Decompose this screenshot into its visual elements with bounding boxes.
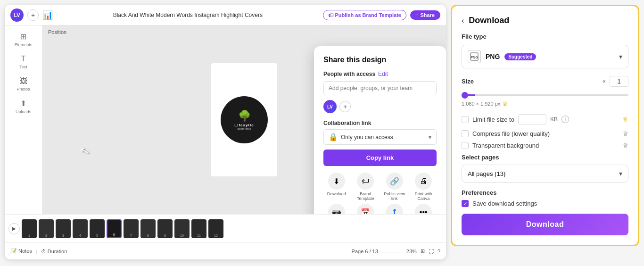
panel-item-photos[interactable]: 🖼 Photos bbox=[5, 74, 42, 94]
add-person-button[interactable]: + bbox=[339, 101, 351, 112]
film-thumb-1[interactable]: 1 bbox=[22, 219, 37, 238]
elements-icon: ⊞ bbox=[20, 32, 26, 41]
collab-link-text: Only you can access bbox=[341, 134, 426, 141]
public-view-icon: 🔗 bbox=[386, 173, 403, 190]
instagram-icon: 📷 bbox=[328, 204, 345, 214]
size-row: Size × bbox=[462, 76, 628, 87]
limit-file-size-checkbox[interactable] bbox=[462, 116, 469, 123]
canvas-area: Position 🌳 Lifesytle good vibes Share th… bbox=[42, 25, 446, 214]
add-people-input[interactable] bbox=[323, 81, 437, 95]
publish-icon: 🏷 bbox=[328, 12, 333, 18]
notes-label[interactable]: 📝 Notes bbox=[10, 248, 32, 254]
file-type-label: File type bbox=[462, 33, 628, 40]
film-thumb-5[interactable]: 5 bbox=[90, 219, 105, 238]
lv-user-badge: LV bbox=[323, 100, 337, 113]
editor-left-panel: ⊞ Elements T Text 🖼 Photos ⬆ Uploads bbox=[5, 25, 42, 214]
share-icons-grid: ⬇ Download 🏷 Brand Template 🔗 Public vie… bbox=[323, 173, 437, 214]
download-header: ‹ Download bbox=[462, 16, 628, 25]
size-slider[interactable] bbox=[462, 94, 628, 96]
uploads-icon: ⬆ bbox=[20, 99, 26, 108]
analytics-icon[interactable]: 📊 bbox=[42, 10, 53, 20]
panel-item-uploads[interactable]: ⬆ Uploads bbox=[5, 96, 42, 117]
share-icon-public-view[interactable]: 🔗 Public view link bbox=[381, 173, 408, 201]
play-button[interactable]: ▶ bbox=[8, 223, 20, 234]
see-all-icon: ••• bbox=[415, 204, 432, 214]
panel-item-text[interactable]: T Text bbox=[5, 52, 42, 72]
share-icon-see-all[interactable]: ••• See all bbox=[411, 204, 437, 214]
text-icon: T bbox=[21, 55, 26, 63]
logo-text1: Lifesytle bbox=[234, 123, 254, 127]
limit-kb-label: KB bbox=[550, 116, 558, 123]
share-icon-download[interactable]: ⬇ Download bbox=[323, 173, 350, 201]
download-button[interactable]: Download bbox=[462, 214, 628, 235]
compress-crown-icon: ♛ bbox=[623, 130, 628, 137]
film-thumb-9[interactable]: 9 bbox=[157, 219, 173, 238]
duration-label[interactable]: ⏱ Duration bbox=[41, 249, 67, 254]
collab-link-row[interactable]: 🔒 Only you can access ▾ bbox=[323, 129, 437, 145]
filetype-chevron-icon: ▾ bbox=[619, 53, 622, 60]
brand-template-icon: 🏷 bbox=[357, 173, 374, 190]
download-title: Download bbox=[469, 16, 509, 25]
compress-row: Compress file (lower quality) ♛ bbox=[462, 130, 628, 137]
save-settings-checkbox[interactable] bbox=[462, 200, 469, 207]
info-icon[interactable]: i bbox=[561, 116, 569, 123]
transparent-checkbox[interactable] bbox=[462, 142, 469, 149]
film-thumb-6[interactable]: 6 bbox=[107, 219, 122, 238]
share-modal: Share this design People with access Edi… bbox=[314, 46, 446, 214]
lock-icon: 🔒 bbox=[329, 133, 338, 141]
position-label: Position bbox=[48, 29, 66, 35]
crown-icon: ♛ bbox=[502, 100, 508, 108]
people-access-row: People with access Edit bbox=[323, 71, 437, 77]
share-icon-brand-template[interactable]: 🏷 Brand Template bbox=[353, 173, 379, 201]
film-thumb-3[interactable]: 3 bbox=[56, 219, 71, 238]
transparent-label: Transparent background bbox=[472, 142, 619, 149]
panel-item-elements[interactable]: ⊞ Elements bbox=[5, 29, 42, 50]
share-icon-print[interactable]: 🖨 Print with Canva bbox=[411, 173, 437, 201]
fullscreen-icon[interactable]: ⛶ bbox=[429, 249, 434, 254]
save-settings-label: Save download settings bbox=[472, 200, 537, 207]
share-icon-schedule[interactable]: 📅 Schedule bbox=[353, 204, 379, 214]
back-arrow-button[interactable]: ‹ bbox=[462, 17, 464, 25]
grid-icon[interactable]: ⊞ bbox=[421, 248, 425, 254]
people-access-edit-link[interactable]: Edit bbox=[378, 71, 388, 77]
film-thumb-10[interactable]: 10 bbox=[174, 219, 190, 238]
limit-kb-input[interactable] bbox=[518, 114, 546, 125]
left-section: LV + 📊 Black And White Modern Words Inst… bbox=[5, 5, 446, 266]
copy-link-button[interactable]: Copy link bbox=[323, 150, 437, 166]
size-input[interactable] bbox=[610, 76, 628, 87]
share-button[interactable]: ↑ Share bbox=[410, 10, 440, 20]
filmstrip: ▶ 1 2 3 4 5 6 7 8 bbox=[5, 214, 446, 242]
transparent-row: Transparent background ♛ bbox=[462, 142, 628, 149]
limit-label: Limit file size to bbox=[472, 116, 514, 123]
size-dimensions: 1,080 × 1,920 px ♛ bbox=[462, 100, 628, 108]
cursor-arrow: ↖ bbox=[79, 143, 91, 158]
collab-link-label: Collaboration link bbox=[323, 120, 437, 126]
file-type-selector[interactable]: PNG PNG Suggested ▾ bbox=[462, 45, 628, 68]
film-thumb-8[interactable]: 8 bbox=[140, 219, 156, 238]
compress-label: Compress file (lower quality) bbox=[472, 130, 619, 137]
film-thumb-12[interactable]: 12 bbox=[208, 219, 223, 238]
lv-avatar[interactable]: LV bbox=[10, 8, 24, 22]
transparent-crown-icon: ♛ bbox=[623, 142, 628, 149]
canvas-content: 🌳 Lifesytle good vibes bbox=[211, 63, 277, 176]
limit-file-size-row: Limit file size to KB i ♛ bbox=[462, 114, 628, 125]
help-icon[interactable]: ? bbox=[438, 249, 440, 254]
publish-brand-template-button[interactable]: 🏷 Publish as Brand Template bbox=[323, 10, 406, 20]
film-thumb-2[interactable]: 2 bbox=[39, 219, 54, 238]
editor-body: ⊞ Elements T Text 🖼 Photos ⬆ Uploads bbox=[5, 25, 446, 214]
photos-icon: 🖼 bbox=[20, 77, 27, 85]
pages-dropdown[interactable]: All pages (13) ▾ bbox=[462, 165, 628, 183]
facebook-icon: f bbox=[386, 204, 403, 214]
film-thumb-7[interactable]: 7 bbox=[124, 219, 139, 238]
add-collaborator-button[interactable]: + bbox=[27, 9, 39, 21]
canva-editor: LV + 📊 Black And White Modern Words Inst… bbox=[5, 5, 446, 259]
suggested-badge: Suggested bbox=[504, 53, 536, 60]
film-thumb-4[interactable]: 4 bbox=[73, 219, 88, 238]
share-icon-facebook[interactable]: f Facebook Page bbox=[381, 204, 408, 214]
share-icon-instagram[interactable]: 📷 Instagram bbox=[323, 204, 350, 214]
collab-chevron-icon: ▾ bbox=[429, 134, 431, 141]
limit-crown-icon: ♛ bbox=[622, 116, 628, 123]
compress-checkbox[interactable] bbox=[462, 130, 469, 137]
film-thumb-11[interactable]: 11 bbox=[191, 219, 206, 238]
size-x: × bbox=[603, 78, 606, 85]
